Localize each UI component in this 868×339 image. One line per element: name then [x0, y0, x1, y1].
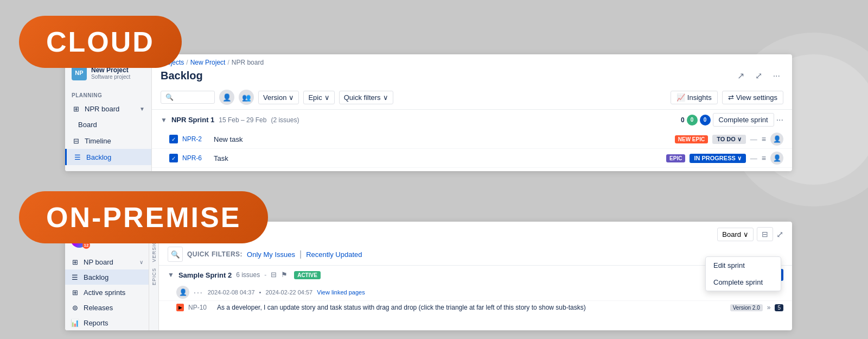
add-avatar-button[interactable]: 👥 — [239, 90, 254, 105]
inprogress-chevron-icon: ∨ — [737, 155, 742, 162]
edit-sprint-menu-item[interactable]: Edit sprint — [706, 257, 781, 274]
sidebar2-item-backlog[interactable]: ☰ Backlog — [65, 269, 149, 285]
cloud-main: Projects / New Project / NPR board Backl… — [152, 54, 792, 171]
sidebar2-reports-label: Reports — [84, 319, 108, 327]
filter-separator: | — [299, 249, 302, 259]
issue-menu-icon-1[interactable]: ≡ — [762, 135, 766, 143]
sprint-more-button[interactable]: ··· — [776, 115, 783, 125]
search-button2[interactable]: 🔍 — [168, 247, 183, 262]
board2-icon: ⊞ — [71, 258, 79, 266]
sidebar2-backlog-label: Backlog — [84, 273, 108, 281]
board-icon: ⊞ — [72, 104, 80, 113]
expand-button[interactable]: ⤢ — [752, 68, 765, 83]
issue-description-np10: As a developer, I can update story and t… — [217, 304, 586, 311]
sprint-toggle[interactable]: ▼ — [161, 116, 167, 124]
complete-sprint-menu-item[interactable]: Complete sprint — [706, 274, 781, 291]
more-options-button[interactable]: ··· — [770, 68, 783, 83]
view-linked-pages-link[interactable]: View linked pages — [317, 289, 365, 296]
sidebar2-item-npboard[interactable]: ⊞ NP board ∨ — [65, 254, 149, 269]
page-header-actions: ↗ ⤢ ··· — [734, 68, 783, 83]
cloud-project-info: New Project Software project — [91, 66, 130, 80]
status-inprogress[interactable]: IN PROGRESS ∨ — [690, 154, 745, 163]
badge-count-0: 0 — [681, 116, 685, 124]
cloud-page-title: Backlog — [161, 70, 203, 82]
issue-row-npr6: ✓ NPR-6 Task EPIC IN PROGRESS ∨ — ≡ 👤 — [152, 149, 792, 168]
sprint-flag-icon: ⚑ — [281, 271, 290, 279]
issue-checkbox-2[interactable]: ✓ — [169, 154, 178, 162]
epics-tab[interactable]: EPICS — [151, 268, 157, 285]
cloud-project-type: Software project — [91, 74, 130, 80]
view-settings-button[interactable]: ⇄ View settings — [722, 91, 783, 104]
sidebar-item-backlog-label: Backlog — [86, 153, 111, 161]
issue-menu-icon-2[interactable]: ≡ — [762, 154, 766, 162]
sidebar-item-active-sprints[interactable]: ⊞ Active sprints — [65, 165, 151, 171]
issue-avatar-2: 👤 — [770, 152, 783, 165]
share-button[interactable]: ↗ — [734, 68, 748, 83]
issue-checkbox-1[interactable]: ✓ — [169, 135, 178, 143]
sprint-icon-group: ⊟ ⚑ — [271, 271, 290, 279]
epic-chevron-icon: ∨ — [324, 93, 330, 102]
filter-button[interactable]: ⊟ — [757, 227, 773, 241]
avatar-icon: 👤 — [222, 93, 232, 102]
cloud-label-text: CLOUD — [46, 26, 155, 58]
sidebar-item-board[interactable]: Board — [65, 117, 151, 133]
todo-label: TO DO — [717, 136, 736, 142]
sidebar2-item-active-sprints[interactable]: ⊞ Active sprints — [65, 285, 149, 300]
settings-icon: ⇄ — [728, 93, 734, 102]
planning-label: PLANNING — [65, 89, 151, 101]
board-dropdown[interactable]: Board ∨ — [717, 228, 754, 241]
sidebar-item-backlog[interactable]: ☰ Backlog — [65, 149, 151, 165]
sprint-badges: 0 0 0 Complete sprint ··· — [681, 113, 783, 127]
sidebar-item-npr-board[interactable]: ⊞ NPR board ▼ — [65, 101, 151, 117]
sidebar-item-timeline-label: Timeline — [85, 137, 111, 145]
version-chevron-icon: ∨ — [289, 93, 294, 102]
chevron-down-icon: ▼ — [139, 106, 145, 112]
sidebar-item-board-label: Board — [78, 121, 97, 129]
recently-updated-button[interactable]: Recently Updated — [306, 249, 362, 260]
issue-key-npr2[interactable]: NPR-2 — [182, 135, 209, 143]
issue-avatar-1: 👤 — [770, 133, 783, 146]
sidebar-item-timeline[interactable]: ⊟ Timeline — [65, 133, 151, 149]
issue-dash-1: — — [750, 135, 757, 143]
sprint-dropdown-menu: Edit sprint Complete sprint — [705, 256, 781, 291]
sidebar2-item-reports[interactable]: 📊 Reports — [65, 315, 149, 330]
sprint-attach-icon: ⊟ — [271, 271, 279, 279]
version-count: 5 — [775, 304, 783, 311]
insights-button[interactable]: 📈 Insights — [671, 91, 718, 104]
sprint-info-dots[interactable]: ··· — [194, 288, 203, 297]
flag-icon: ▶ — [178, 305, 182, 310]
issue-key-npr6[interactable]: NPR-6 — [182, 154, 209, 162]
filter-icon: ⊟ — [762, 230, 768, 238]
sprint-dates: 15 Feb – 29 Feb — [219, 116, 266, 124]
sidebar2-npboard-label: NP board — [84, 258, 113, 266]
epic-label: Epic — [308, 93, 322, 102]
version-dropdown[interactable]: Version ∨ — [258, 91, 299, 104]
version-arrows: » — [767, 304, 771, 311]
reports2-icon: 📊 — [71, 318, 79, 327]
quick-filters-bar: 🔍 QUICK FILTERS: Only My Issues | Recent… — [159, 244, 792, 266]
sprint-issues-count: 6 issues — [236, 271, 260, 279]
sprints-icon: ⊞ — [72, 169, 80, 171]
sprint-header: ▼ NPR Sprint 1 15 Feb – 29 Feb (2 issues… — [152, 110, 792, 130]
breadcrumb-new-project[interactable]: New Project — [190, 59, 226, 66]
inprogress-label: IN PROGRESS — [694, 155, 735, 161]
breadcrumb: Projects / New Project / NPR board — [152, 54, 792, 68]
issue-name-npr2: New task — [214, 135, 671, 143]
fullscreen-button[interactable]: ⤢ — [776, 229, 783, 240]
cloud-label: CLOUD — [19, 16, 182, 68]
checkbox-check-icon-2: ✓ — [171, 155, 176, 161]
avatar-button[interactable]: 👤 — [219, 90, 234, 105]
complete-sprint-button[interactable]: Complete sprint — [713, 113, 774, 127]
quick-filters-label: Quick filters — [344, 93, 381, 102]
view-settings-label: View settings — [736, 93, 777, 102]
quick-filters-dropdown[interactable]: Quick filters ∨ — [339, 91, 393, 104]
issue-row-np10: ▶ NP-10 As a developer, I can update sto… — [159, 300, 792, 314]
sidebar2-item-releases[interactable]: ⊚ Releases — [65, 300, 149, 315]
search2-icon: 🔍 — [171, 250, 180, 259]
only-my-issues-button[interactable]: Only My Issues — [247, 249, 295, 260]
issue-key-np10[interactable]: NP-10 — [188, 304, 213, 311]
sprint-toggle2[interactable]: ▼ — [168, 271, 174, 279]
status-todo[interactable]: TO DO ∨ — [712, 135, 746, 144]
epic-dropdown[interactable]: Epic ∨ — [303, 91, 334, 104]
issue-dash-2: — — [750, 154, 757, 162]
